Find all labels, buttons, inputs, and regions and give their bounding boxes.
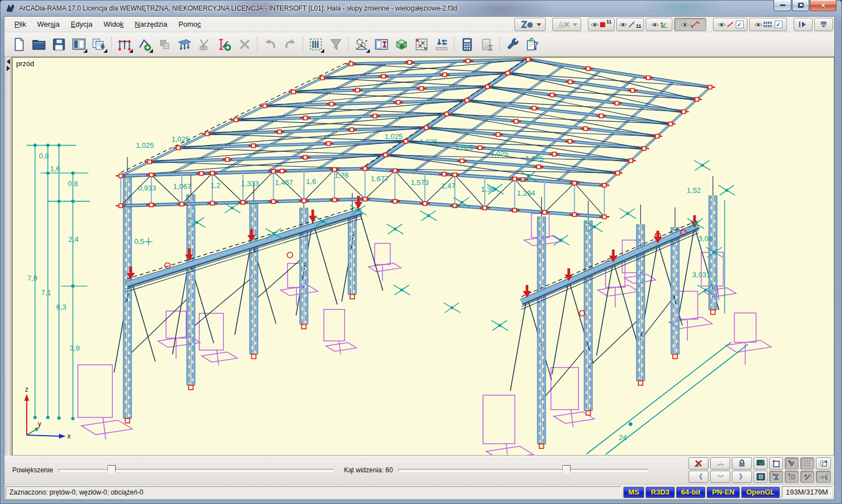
rotate-up-button[interactable]: ︿ bbox=[710, 457, 730, 470]
menu-wersja[interactable]: Wersja bbox=[33, 18, 64, 30]
project-manager-button[interactable] bbox=[69, 34, 89, 54]
status-badge-ms[interactable]: MS bbox=[623, 487, 645, 498]
wall-bracing bbox=[114, 207, 719, 401]
filter-button[interactable] bbox=[326, 34, 346, 54]
new-project-button[interactable] bbox=[9, 34, 29, 54]
status-bar: Zaznaczono: prętów-0; węzłów-0; obciążeń… bbox=[4, 484, 834, 500]
view-3d-button[interactable]: 3D bbox=[392, 34, 412, 54]
show-loads-toggle[interactable]: ✓ bbox=[713, 18, 747, 31]
status-badge-pnen[interactable]: PN-EN bbox=[707, 487, 739, 498]
frame-generator-button[interactable] bbox=[115, 34, 135, 54]
angle-slider-thumb[interactable] bbox=[562, 465, 571, 476]
render-settings-button[interactable] bbox=[754, 457, 767, 470]
section-selection-button[interactable] bbox=[306, 34, 326, 54]
report-wizard-button[interactable]: ? bbox=[523, 34, 543, 54]
menu-narzedzia[interactable]: Narzędzia bbox=[130, 18, 172, 30]
lock-view-button[interactable] bbox=[732, 457, 752, 470]
rotate-frame-icon bbox=[819, 460, 828, 467]
model-canvas[interactable]: przód 0,81,60,82,47,97,16,33,90,9331,067… bbox=[12, 57, 834, 456]
dimension-label: z bbox=[25, 386, 28, 393]
foundation-outline bbox=[199, 313, 237, 366]
lattice-column bbox=[636, 204, 645, 385]
element-properties-button[interactable] bbox=[372, 34, 392, 54]
selection-frame-button[interactable] bbox=[785, 471, 799, 483]
status-badge-64bit[interactable]: 64-bit bbox=[676, 487, 706, 498]
dimension-cross bbox=[553, 235, 569, 245]
load-to-ground-button[interactable] bbox=[432, 34, 452, 54]
zoom-previous-button[interactable] bbox=[769, 471, 783, 483]
results-table-button[interactable] bbox=[412, 34, 432, 54]
measure-button[interactable] bbox=[800, 471, 814, 483]
zoom-window-button[interactable] bbox=[769, 457, 783, 470]
add-node-on-bar-button[interactable] bbox=[215, 34, 235, 54]
dot-grid-icon bbox=[804, 460, 811, 467]
menu-widok[interactable]: Widok bbox=[99, 18, 128, 30]
cut-bars-button[interactable] bbox=[195, 34, 215, 54]
show-mesh-toggle[interactable]: ✓ bbox=[749, 18, 787, 31]
calculator-button[interactable] bbox=[457, 34, 477, 54]
restore-button[interactable] bbox=[792, 0, 809, 11]
view-angle-slider[interactable] bbox=[398, 465, 648, 475]
app-window: ArCADia-RAMA 17.0 Licencja dla WEWNĘTRZN… bbox=[0, 0, 842, 504]
view-orientation-button[interactable] bbox=[816, 471, 831, 483]
generators-button[interactable] bbox=[351, 34, 372, 54]
status-badge-r3d3[interactable]: R3D3 bbox=[646, 487, 674, 498]
show-supports-button[interactable] bbox=[646, 18, 672, 31]
rotate-left-button[interactable]: 《 bbox=[689, 471, 709, 483]
close-button[interactable]: × bbox=[810, 0, 836, 11]
column-base-node bbox=[301, 325, 306, 329]
dimension-label: 1,76 bbox=[334, 171, 348, 179]
delete-button[interactable] bbox=[235, 34, 255, 54]
dock-panel-button[interactable] bbox=[794, 18, 813, 31]
title-bar[interactable]: ArCADia-RAMA 17.0 Licencja dla WEWNĘTRZN… bbox=[0, 0, 842, 17]
lattice-column bbox=[709, 176, 717, 314]
rotate-right-button[interactable]: 》 bbox=[732, 471, 752, 483]
redo-arrow-icon bbox=[283, 37, 298, 52]
steel-design-button[interactable] bbox=[477, 34, 497, 54]
surface-load-button[interactable] bbox=[175, 34, 195, 54]
dimension-label: 1,025 bbox=[171, 135, 190, 143]
support-arrow bbox=[309, 209, 317, 222]
undo-button[interactable] bbox=[260, 34, 280, 54]
dimension-label: 1,025 bbox=[136, 141, 154, 149]
grid-display-button[interactable] bbox=[800, 457, 814, 470]
minimize-icon bbox=[780, 4, 785, 6]
zoom-extents-button[interactable] bbox=[754, 471, 767, 483]
status-badge-opengl[interactable]: OpenGL bbox=[741, 487, 780, 498]
cone-icon bbox=[558, 21, 570, 28]
copy-elements-button[interactable] bbox=[155, 34, 175, 54]
save-project-button[interactable] bbox=[49, 34, 69, 54]
zoom-slider-thumb[interactable] bbox=[107, 465, 116, 476]
render-mode-dropdown[interactable] bbox=[514, 18, 546, 31]
rotate-view-button[interactable] bbox=[816, 457, 831, 470]
plus-square-icon bbox=[772, 460, 780, 467]
pane-splitter[interactable] bbox=[4, 57, 12, 456]
minimize-button[interactable] bbox=[774, 0, 791, 11]
dimension-label: 1,36 bbox=[481, 185, 495, 193]
menu-edycja[interactable]: Edycja bbox=[66, 18, 97, 30]
dot-grid-icon bbox=[764, 21, 772, 28]
menu-pomoc[interactable]: Pomoc bbox=[174, 18, 205, 30]
export-documents-button[interactable] bbox=[89, 34, 109, 54]
foundation-outline bbox=[368, 243, 401, 281]
add-bar-button[interactable] bbox=[135, 34, 155, 54]
menu-plik[interactable]: Plik bbox=[10, 18, 31, 30]
redo-button[interactable] bbox=[280, 34, 300, 54]
show-node-numbers-button[interactable]: 11 bbox=[588, 18, 615, 31]
column-base-node bbox=[350, 295, 354, 299]
axis-triad: zyx bbox=[24, 386, 71, 440]
view-name-label: przód bbox=[16, 59, 34, 68]
settings-button[interactable] bbox=[503, 34, 523, 54]
rotate-down-button[interactable]: ﹀ bbox=[710, 471, 730, 483]
zoom-slider[interactable] bbox=[58, 465, 334, 475]
open-project-button[interactable] bbox=[29, 34, 49, 54]
undo-arrow-icon bbox=[263, 37, 278, 52]
cube-3d-icon: 3D bbox=[394, 37, 409, 52]
collapse-toolbar-button[interactable] bbox=[814, 18, 833, 31]
dimension-label: 3,9 bbox=[70, 344, 80, 352]
hinge-node bbox=[165, 263, 170, 268]
show-dimensions-button[interactable] bbox=[674, 18, 706, 31]
zoom-selected-button[interactable] bbox=[785, 457, 799, 470]
show-bar-numbers-button[interactable]: 11 bbox=[616, 18, 644, 31]
delete-view-button[interactable] bbox=[689, 457, 709, 470]
